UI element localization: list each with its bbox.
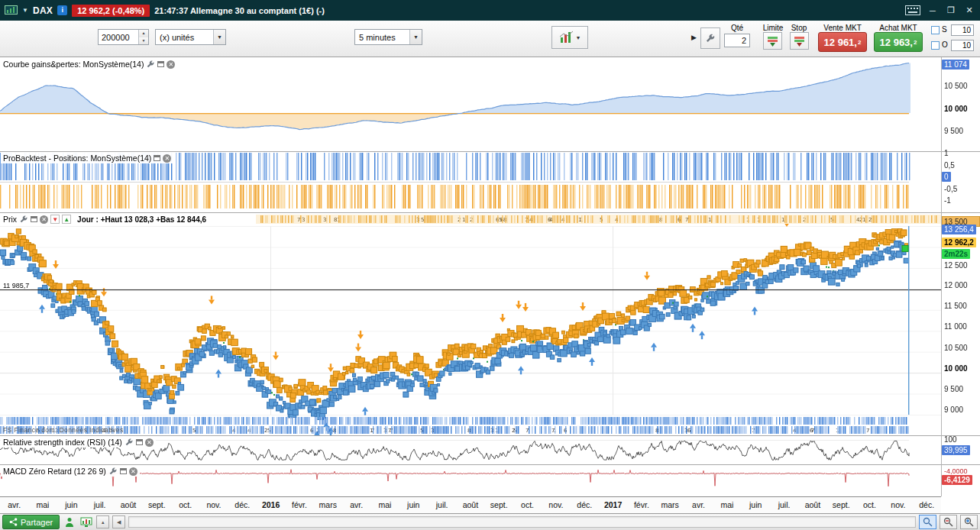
scale-label-equity: 10 500 xyxy=(944,81,968,91)
axis-month-label: juin xyxy=(57,497,86,513)
detach-window-icon[interactable] xyxy=(120,468,127,474)
data-provider-watermark: FS Finance dom. Données Indicatives xyxy=(3,426,124,434)
sell-price: 12 961, xyxy=(824,37,857,48)
close-panel-icon[interactable]: ✕ xyxy=(163,154,171,163)
axis-month-label: juin xyxy=(742,497,770,513)
price-panel-title: Prix xyxy=(3,215,17,224)
collapse-toolbar-button[interactable]: ▴ xyxy=(96,515,109,528)
detach-window-icon[interactable] xyxy=(157,61,164,67)
axis-month-label: févr. xyxy=(285,497,313,513)
sell-market-button[interactable]: 12 961,2 xyxy=(818,32,867,52)
equity-chart-canvas[interactable] xyxy=(0,57,941,151)
axis-month-label: oct. xyxy=(171,497,199,513)
equity-panel-header: Courbe gains&pertes: MonSystème(14) ✕ xyxy=(1,59,177,69)
panel-separator xyxy=(0,464,980,465)
scale-label-price: 11 000 xyxy=(944,322,967,331)
app-logo-icon xyxy=(5,5,18,16)
quantity-stepper[interactable]: 200000 ▲▼ xyxy=(98,29,149,45)
order-panel-expander[interactable]: ▶ xyxy=(691,34,697,41)
units-select[interactable]: (x) unités ▼ xyxy=(155,29,226,45)
share-button[interactable]: Partager xyxy=(2,515,60,529)
o-value-input[interactable]: 10 xyxy=(951,40,974,51)
axis-month-label: août xyxy=(456,497,484,513)
detach-window-icon[interactable] xyxy=(136,439,143,445)
macd-chart-canvas[interactable] xyxy=(0,464,941,496)
info-icon[interactable]: i xyxy=(57,5,67,15)
stop-o-checkbox[interactable] xyxy=(931,41,940,50)
axis-month-label: mai xyxy=(28,497,57,513)
timeframe-select[interactable]: 5 minutes ▼ xyxy=(354,29,422,45)
panel-separator xyxy=(0,435,980,436)
trading-platform-window: ▼ DAX i 12 962,2 (-0,48%) 21:47:37 Allem… xyxy=(0,0,980,530)
scale-label-price: 12 500 xyxy=(944,260,968,270)
wrench-icon[interactable] xyxy=(146,60,155,69)
wrench-icon[interactable] xyxy=(125,438,134,447)
chart-style-button[interactable]: ▼ xyxy=(551,26,588,49)
minimize-button[interactable]: ─ xyxy=(927,6,939,15)
restore-button[interactable]: ❐ xyxy=(945,5,957,15)
timeframe-caret-icon: ▼ xyxy=(409,30,422,44)
scale-label-equity: 10 000 xyxy=(944,104,968,114)
buy-market-button[interactable]: 12 963,2 xyxy=(874,32,923,52)
zoom-in-button[interactable] xyxy=(960,515,978,529)
scale-label-price: 10 000 xyxy=(944,364,968,373)
detach-window-icon[interactable] xyxy=(31,216,37,222)
equity-panel-title: Courbe gains&pertes: MonSystème(14) xyxy=(3,60,144,69)
detach-window-icon[interactable] xyxy=(154,155,160,161)
limite-header: Limite xyxy=(758,24,788,32)
stop-order-icon xyxy=(794,35,805,47)
stop-s-checkbox[interactable] xyxy=(931,26,940,34)
axis-month-label: août xyxy=(798,497,826,513)
axis-month-label: nov. xyxy=(542,497,570,513)
close-panel-icon[interactable]: ✕ xyxy=(40,215,48,224)
scale-label-price: 2m22s xyxy=(942,249,970,259)
close-panel-icon[interactable]: ✕ xyxy=(145,438,154,447)
bottom-bar: Partager ▴ ◀ xyxy=(0,513,980,530)
scale-label-price: 9 500 xyxy=(944,384,963,394)
stop-order-button[interactable] xyxy=(790,32,809,50)
axis-month-label: avr. xyxy=(684,497,713,513)
axis-month-label: mai xyxy=(713,497,741,513)
order-settings-button[interactable] xyxy=(700,27,720,49)
limite-order-button[interactable] xyxy=(763,32,782,50)
axis-month-label: oct. xyxy=(855,497,884,513)
keyboard-icon[interactable] xyxy=(905,5,920,15)
units-selected-option: (x) unités xyxy=(160,33,194,42)
positions-panel-header: ProBacktest - Positions: MonSystème(14) … xyxy=(1,153,173,163)
price-chart-canvas[interactable] xyxy=(0,212,941,435)
axis-month-label: 2017 xyxy=(599,497,627,513)
qty-input[interactable]: 2 xyxy=(724,34,750,47)
scale-label-positions: 0 xyxy=(942,172,951,182)
close-panel-icon[interactable]: ✕ xyxy=(167,60,175,69)
performance-monitor-icon[interactable] xyxy=(79,516,93,528)
price-change-badge: 12 962,2 (-0,48%) xyxy=(72,5,150,17)
axis-month-label: nov. xyxy=(199,497,228,513)
wrench-icon[interactable] xyxy=(108,467,118,476)
chart-style-icon xyxy=(559,31,574,44)
buy-signals-toggle-icon[interactable]: ▲ xyxy=(62,215,71,224)
trader-profile-icon[interactable] xyxy=(63,516,76,528)
panel-separator xyxy=(0,212,980,213)
horizontal-scrollbar[interactable] xyxy=(128,516,916,528)
limite-order-icon xyxy=(767,35,778,47)
time-axis: avr.maijuinjuil.aoûtsept.oct.nov.déc.201… xyxy=(0,496,941,513)
close-panel-icon[interactable]: ✕ xyxy=(129,467,137,476)
quantity-spin-buttons[interactable]: ▲▼ xyxy=(138,30,148,44)
s-value-input[interactable]: 10 xyxy=(951,24,974,36)
box-zoom-button[interactable] xyxy=(919,515,936,529)
o-label: O xyxy=(942,40,948,49)
scale-label-price: 11 500 xyxy=(944,301,967,311)
rsi-panel-header: Relative strength index (RSI) (14) ✕ xyxy=(1,437,156,448)
wrench-icon[interactable] xyxy=(19,215,28,224)
scroll-left-button[interactable]: ◀ xyxy=(112,515,125,528)
axis-month-label: juin xyxy=(399,497,428,513)
symbol-dropdown-caret-icon[interactable]: ▼ xyxy=(22,7,28,14)
stop-header: Stop xyxy=(786,24,812,32)
zoom-out-button[interactable] xyxy=(940,515,957,529)
close-button[interactable]: ✕ xyxy=(963,5,975,15)
sell-signals-toggle-icon[interactable]: ▼ xyxy=(50,215,60,224)
main-toolbar: 200000 ▲▼ (x) unités ▼ 5 minutes ▼ ▼ ▶ Q… xyxy=(0,21,980,57)
axis-month-label: déc. xyxy=(228,497,257,513)
qty-header: Qté xyxy=(723,24,752,32)
symbol-label: DAX xyxy=(33,5,53,16)
